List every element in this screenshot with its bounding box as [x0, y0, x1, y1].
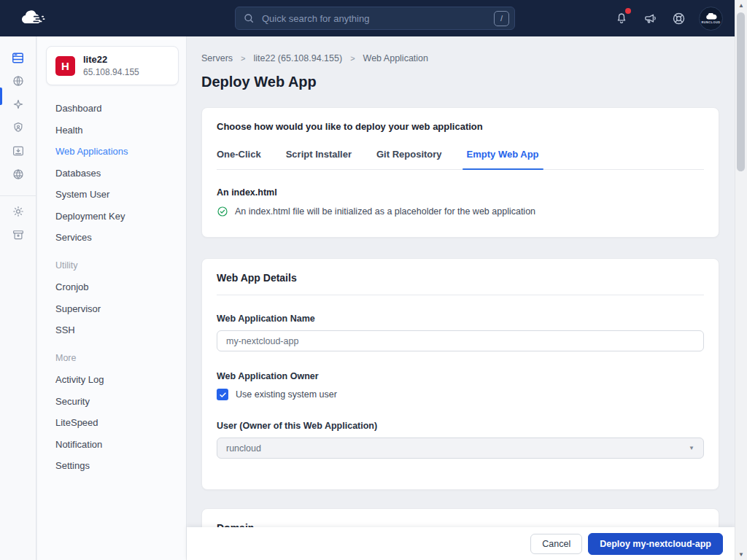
megaphone-icon	[643, 11, 658, 26]
index-html-description: An index.html file will be initialized a…	[235, 206, 535, 217]
check-circle-icon	[217, 206, 228, 217]
page-scrollbar[interactable]: ▲ ▼	[735, 0, 747, 560]
breadcrumb-servers[interactable]: Servers	[201, 53, 233, 63]
sidebar-item-dashboard[interactable]: Dashboard	[55, 103, 186, 114]
rail-sparkle-icon[interactable]	[0, 98, 36, 111]
notifications-button[interactable]	[614, 10, 630, 26]
scrollbar-down-icon[interactable]: ▼	[735, 551, 747, 558]
scrollbar-thumb[interactable]	[737, 12, 745, 171]
page-title: Deploy Web App	[201, 74, 719, 90]
sidebar-item-litespeed[interactable]: LiteSpeed	[55, 417, 186, 428]
index-html-title: An index.html	[217, 187, 704, 198]
rail-install-box-icon[interactable]	[0, 144, 36, 158]
sidebar-item-cronjob[interactable]: Cronjob	[55, 281, 186, 292]
sidebar-item-ssh[interactable]: SSH	[55, 324, 186, 335]
owner-user-select[interactable]: runcloud ▼	[217, 438, 704, 459]
sidebar-item-health[interactable]: Health	[55, 125, 186, 136]
server-ip: 65.108.94.155	[83, 67, 139, 77]
hetzner-provider-icon: H	[55, 56, 75, 76]
runcloud-logo-icon[interactable]	[19, 9, 45, 30]
sidebar-item-settings[interactable]: Settings	[55, 460, 186, 471]
sidebar-item-web-applications[interactable]: Web Applications	[55, 146, 186, 157]
deploy-method-card: Choose how would you like to deploy your…	[201, 107, 719, 238]
owner-user-value: runcloud	[226, 443, 261, 454]
deploy-method-tabs: One-Click Script Installer Git Repositor…	[217, 149, 704, 170]
rail-servers-icon[interactable]	[0, 51, 36, 64]
sidebar-section-more: More	[55, 353, 186, 363]
divider	[217, 295, 704, 295]
breadcrumb-separator-icon: >	[241, 54, 245, 63]
sidebar-item-supervisor[interactable]: Supervisor	[55, 303, 186, 314]
topbar: / RUNCLOUD	[0, 0, 735, 36]
tab-empty-web-app[interactable]: Empty Web App	[467, 149, 539, 169]
sidebar-item-security[interactable]: Security	[55, 396, 186, 407]
action-footer: Cancel Deploy my-nextcloud-app	[187, 527, 735, 560]
rail-archive-icon[interactable]	[0, 228, 36, 241]
scrollbar-up-icon[interactable]: ▲	[735, 2, 747, 9]
tab-one-click[interactable]: One-Click	[217, 149, 261, 169]
breadcrumb: Servers > lite22 (65.108.94.155) > Web A…	[201, 53, 719, 63]
server-sidebar: H lite22 65.108.94.155 Dashboard Health …	[37, 36, 187, 560]
deploy-method-heading: Choose how would you like to deploy your…	[217, 121, 704, 132]
announcements-button[interactable]	[642, 10, 658, 26]
avatar-brand-label: RUNCLOUD	[701, 20, 720, 24]
web-app-name-input[interactable]	[217, 330, 704, 351]
breadcrumb-server[interactable]: lite22 (65.108.94.155)	[254, 53, 343, 63]
notification-dot	[625, 8, 631, 14]
search-icon	[243, 12, 255, 24]
rail-team-shield-icon[interactable]	[0, 121, 36, 134]
details-heading: Web App Details	[217, 272, 704, 284]
chevron-down-icon: ▼	[689, 445, 694, 451]
tab-script-installer[interactable]: Script Installer	[286, 149, 352, 169]
cancel-button[interactable]: Cancel	[530, 534, 582, 554]
icon-rail	[0, 36, 36, 560]
help-button[interactable]	[670, 10, 686, 26]
breadcrumb-current: Web Application	[363, 53, 428, 63]
global-search: /	[235, 7, 515, 30]
deploy-button[interactable]: Deploy my-nextcloud-app	[588, 533, 723, 555]
web-app-owner-label: Web Application Owner	[217, 371, 704, 381]
search-shortcut-key: /	[494, 11, 509, 26]
rail-settings-gear-icon[interactable]	[0, 205, 36, 218]
sidebar-item-services[interactable]: Services	[55, 232, 186, 243]
web-app-name-label: Web Application Name	[217, 314, 704, 324]
rail-world-icon[interactable]	[0, 168, 36, 181]
main-area: Servers > lite22 (65.108.94.155) > Web A…	[187, 36, 735, 560]
sidebar-item-system-user[interactable]: System User	[55, 189, 186, 200]
rail-web-globe-icon[interactable]	[0, 74, 36, 88]
sidebar-item-deployment-key[interactable]: Deployment Key	[55, 211, 186, 222]
rail-divider	[0, 195, 36, 196]
use-existing-user-checkbox[interactable]: Use existing system user	[217, 389, 704, 400]
sidebar-item-notification[interactable]: Notification	[55, 439, 186, 450]
sidebar-item-activity-log[interactable]: Activity Log	[55, 374, 186, 385]
owner-user-label: User (Owner of this Web Application)	[217, 421, 704, 431]
breadcrumb-separator-icon: >	[350, 54, 355, 63]
server-name: lite22	[83, 54, 139, 65]
search-input[interactable]	[260, 12, 494, 25]
avatar-cloud-icon	[705, 13, 717, 20]
checkbox-label: Use existing system user	[236, 389, 337, 400]
tab-git-repository[interactable]: Git Repository	[376, 149, 442, 169]
web-app-details-card: Web App Details Web Application Name Web…	[201, 258, 719, 490]
checkbox-checked-icon	[217, 389, 228, 400]
sidebar-section-utility: Utility	[55, 260, 186, 271]
lifebuoy-icon	[671, 11, 686, 26]
server-card[interactable]: H lite22 65.108.94.155	[46, 46, 179, 85]
sidebar-item-databases[interactable]: Databases	[55, 168, 186, 179]
user-avatar[interactable]: RUNCLOUD	[699, 7, 723, 31]
